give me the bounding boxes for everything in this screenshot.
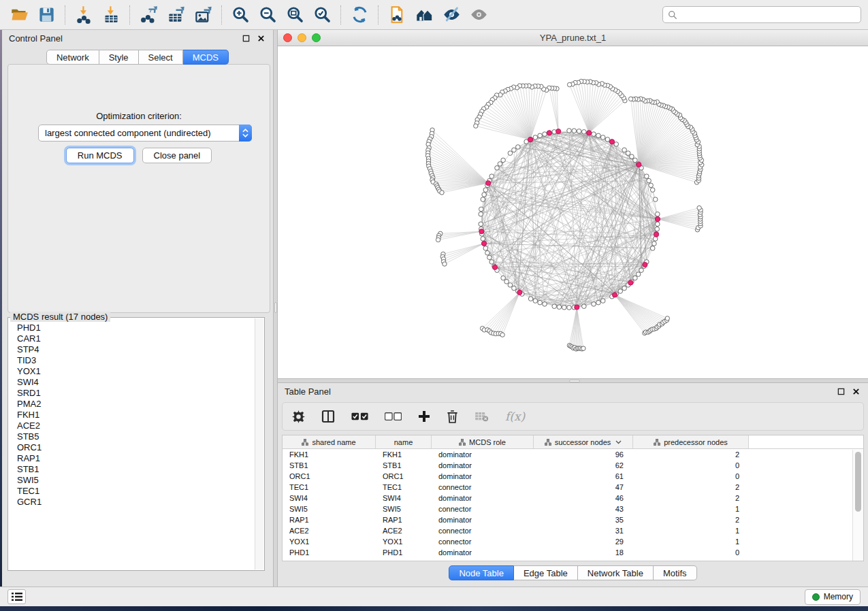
import-table-button[interactable] bbox=[97, 3, 125, 27]
mcds-result-item[interactable]: CAR1 bbox=[17, 333, 255, 344]
close-mcds-panel-button[interactable]: Close panel bbox=[142, 148, 212, 163]
tab-mcds[interactable]: MCDS bbox=[183, 50, 229, 65]
zoom-fit-button[interactable] bbox=[281, 3, 308, 27]
horizontal-splitter[interactable] bbox=[278, 378, 868, 383]
table-row[interactable]: ORC1ORC1dominator610 bbox=[283, 472, 852, 482]
table-settings-button[interactable] bbox=[292, 408, 305, 425]
mcds-result-item[interactable]: PHD1 bbox=[17, 323, 255, 333]
mcds-result-item[interactable]: GCR1 bbox=[17, 497, 255, 508]
save-session-button[interactable] bbox=[33, 3, 60, 27]
export-network-button[interactable] bbox=[135, 3, 162, 27]
create-column-button[interactable] bbox=[418, 408, 430, 425]
mcds-list-scrollbar[interactable] bbox=[255, 318, 263, 569]
float-panel-button[interactable] bbox=[240, 33, 251, 44]
column-header-name[interactable]: name bbox=[376, 435, 432, 448]
scrollbar-thumb[interactable] bbox=[855, 452, 861, 512]
table-row[interactable]: RAP1RAP1dominator352 bbox=[283, 515, 852, 526]
function-builder-button[interactable]: f(x) bbox=[505, 408, 525, 425]
task-history-button[interactable] bbox=[7, 589, 26, 604]
cell-name: ACE2 bbox=[376, 526, 432, 537]
column-header-MCDS-role[interactable]: MCDS role bbox=[432, 435, 534, 448]
toggle-panel-columns-button[interactable] bbox=[321, 408, 335, 425]
table-row[interactable]: SWI5SWI5connector431 bbox=[283, 504, 852, 515]
export-image-button[interactable] bbox=[189, 3, 216, 27]
zoom-selected-button[interactable] bbox=[308, 3, 336, 27]
sort-menu-icon[interactable] bbox=[615, 440, 622, 444]
table-row[interactable]: YOX1YOX1connector291 bbox=[283, 537, 852, 548]
zoom-in-button[interactable] bbox=[227, 3, 254, 27]
table-row[interactable]: TEC1TEC1connector472 bbox=[283, 482, 852, 493]
network-graph[interactable] bbox=[278, 46, 868, 378]
cell-predecessor-nodes: 1 bbox=[633, 537, 749, 548]
cell-predecessor-nodes: 2 bbox=[633, 515, 749, 526]
table-row[interactable]: ACE2ACE2connector311 bbox=[283, 526, 852, 537]
open-file-button[interactable] bbox=[5, 3, 33, 27]
mcds-result-item[interactable]: SWI4 bbox=[17, 377, 255, 388]
column-header-shared-name[interactable]: shared name bbox=[283, 435, 376, 448]
mcds-result-item[interactable]: TID3 bbox=[17, 355, 255, 366]
splitter-grip[interactable] bbox=[274, 302, 277, 313]
import-table-icon bbox=[102, 5, 120, 24]
import-network-button[interactable] bbox=[70, 3, 97, 27]
mcds-result-item[interactable]: STP4 bbox=[17, 344, 255, 355]
mcds-result-item[interactable]: SRD1 bbox=[17, 388, 255, 399]
tab-node-table[interactable]: Node Table bbox=[449, 565, 514, 580]
mcds-result-item[interactable]: STB5 bbox=[17, 431, 255, 442]
memory-button[interactable]: Memory bbox=[805, 589, 861, 605]
zoom-out-button[interactable] bbox=[254, 3, 281, 27]
cell-MCDS-role: connector bbox=[432, 482, 534, 493]
tab-style[interactable]: Style bbox=[99, 50, 139, 65]
refresh-button[interactable] bbox=[346, 3, 373, 27]
table-scrollbar[interactable] bbox=[852, 450, 863, 561]
close-panel-button[interactable] bbox=[850, 386, 861, 397]
vertical-splitter[interactable] bbox=[273, 30, 278, 587]
tab-network-table[interactable]: Network Table bbox=[578, 565, 654, 580]
optimization-criterion-select[interactable]: largest connected component (undirected) bbox=[38, 125, 252, 142]
show-graphics-details-button[interactable] bbox=[465, 3, 492, 27]
network-canvas[interactable] bbox=[278, 46, 868, 378]
splitter-grip[interactable] bbox=[569, 380, 580, 382]
column-header-successor-nodes[interactable]: successor nodes bbox=[534, 435, 633, 448]
select-all-columns-button[interactable] bbox=[351, 408, 368, 425]
mcds-tab-content: Optimization criterion: largest connecte… bbox=[7, 64, 270, 313]
cell-shared-name: FKH1 bbox=[283, 450, 376, 461]
attribute-type-icon bbox=[545, 439, 551, 446]
tab-motifs[interactable]: Motifs bbox=[654, 565, 697, 580]
table-panel: Table Panel bbox=[278, 383, 868, 587]
home-button[interactable] bbox=[411, 3, 438, 27]
tab-select[interactable]: Select bbox=[139, 50, 183, 65]
attribute-type-icon bbox=[459, 439, 466, 446]
mcds-result-item[interactable]: SWI5 bbox=[17, 475, 255, 486]
close-panel-button[interactable] bbox=[255, 33, 266, 44]
mcds-result-item[interactable]: YOX1 bbox=[17, 366, 255, 377]
mcds-result-item[interactable]: PMA2 bbox=[17, 399, 255, 410]
mcds-result-item[interactable]: STB1 bbox=[17, 464, 255, 475]
gear-icon bbox=[292, 410, 305, 423]
run-mcds-button[interactable]: Run MCDS bbox=[66, 148, 134, 163]
mcds-result-item[interactable]: ORC1 bbox=[17, 442, 255, 453]
tab-edge-table[interactable]: Edge Table bbox=[514, 565, 578, 580]
criterion-value: largest connected component (undirected) bbox=[45, 128, 211, 138]
delete-table-button[interactable] bbox=[475, 408, 489, 425]
mcds-result-item[interactable]: ACE2 bbox=[17, 420, 255, 431]
mcds-result-item[interactable]: FKH1 bbox=[17, 410, 255, 420]
tab-network[interactable]: Network bbox=[46, 50, 99, 65]
table-row[interactable]: FKH1FKH1dominator962 bbox=[283, 450, 852, 461]
column-header-predecessor-nodes[interactable]: predecessor nodes bbox=[633, 435, 749, 448]
hide-graphics-details-button[interactable] bbox=[438, 3, 465, 27]
toolbar-separator bbox=[65, 5, 65, 24]
mcds-result-item[interactable]: TEC1 bbox=[17, 486, 255, 497]
float-panel-button[interactable] bbox=[835, 386, 846, 397]
search-input[interactable] bbox=[677, 10, 856, 20]
mcds-result-list[interactable]: PHD1CAR1STP4TID3YOX1SWI4SRD1PMA2FKH1ACE2… bbox=[9, 318, 255, 569]
export-table-button[interactable] bbox=[162, 3, 189, 27]
mcds-result-item[interactable]: RAP1 bbox=[17, 453, 255, 464]
table-row[interactable]: PHD1PHD1dominator180 bbox=[283, 548, 852, 559]
table-row[interactable]: SWI4SWI4dominator462 bbox=[283, 493, 852, 504]
unselect-all-columns-button[interactable] bbox=[385, 408, 402, 425]
table-row[interactable]: STB1STB1dominator620 bbox=[283, 461, 852, 472]
delete-column-button[interactable] bbox=[447, 408, 458, 425]
share-document-button[interactable] bbox=[383, 3, 411, 27]
search-field[interactable] bbox=[662, 6, 861, 23]
float-icon bbox=[242, 35, 250, 42]
